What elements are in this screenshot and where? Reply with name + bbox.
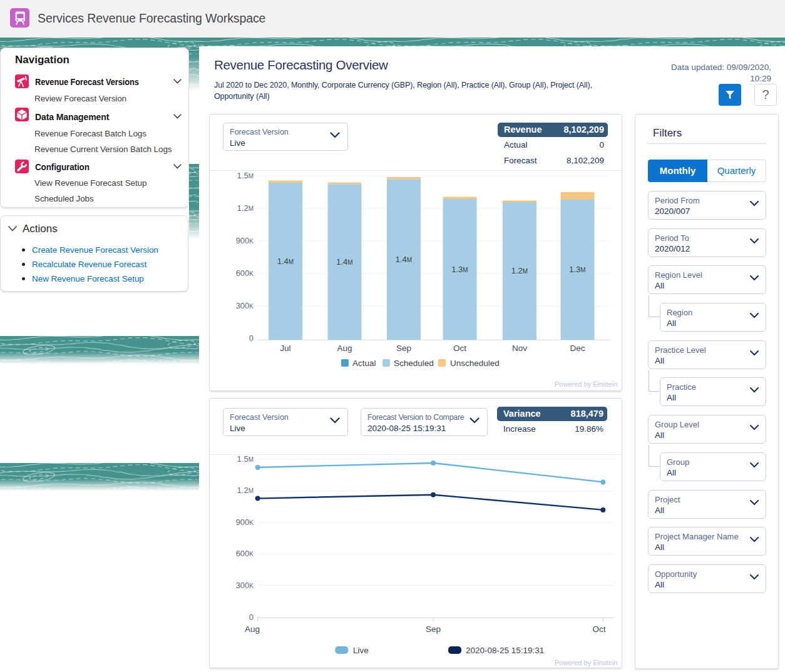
svg-text:1.2M: 1.2M xyxy=(237,486,254,495)
svg-text:Unscheduled: Unscheduled xyxy=(450,359,500,368)
svg-text:Oct: Oct xyxy=(453,344,466,353)
svg-text:1.2M: 1.2M xyxy=(511,266,528,275)
svg-text:1.4M: 1.4M xyxy=(396,255,412,264)
svg-text:Powered by Einstein: Powered by Einstein xyxy=(555,380,617,388)
svg-text:1.4M: 1.4M xyxy=(277,257,294,266)
svg-text:Actual: Actual xyxy=(352,359,376,368)
svg-text:1.3M: 1.3M xyxy=(451,265,468,274)
svg-text:Sep: Sep xyxy=(426,624,441,634)
svg-text:1.3M: 1.3M xyxy=(569,265,585,274)
svg-text:1.5M: 1.5M xyxy=(237,171,254,180)
svg-text:0: 0 xyxy=(249,613,254,622)
svg-text:1.4M: 1.4M xyxy=(336,257,352,267)
svg-text:900K: 900K xyxy=(236,517,254,527)
svg-text:600K: 600K xyxy=(236,549,254,558)
svg-text:900K: 900K xyxy=(236,236,254,245)
svg-text:Scheduled: Scheduled xyxy=(394,359,434,368)
svg-text:Dec: Dec xyxy=(570,344,585,353)
svg-text:Powered by Einstein: Powered by Einstein xyxy=(555,659,617,666)
svg-text:Sep: Sep xyxy=(396,344,411,353)
svg-text:600K: 600K xyxy=(236,268,254,278)
svg-text:2020-08-25 15:19:31: 2020-08-25 15:19:31 xyxy=(466,646,544,655)
svg-text:0: 0 xyxy=(249,333,254,343)
svg-text:Jul: Jul xyxy=(280,344,290,353)
svg-text:Aug: Aug xyxy=(337,344,352,353)
svg-text:Oct: Oct xyxy=(592,624,605,634)
svg-text:1.2M: 1.2M xyxy=(237,203,254,213)
svg-text:300K: 300K xyxy=(236,581,254,590)
svg-text:Aug: Aug xyxy=(245,624,260,634)
svg-text:Live: Live xyxy=(353,646,369,655)
svg-text:300K: 300K xyxy=(236,301,254,310)
svg-text:1.5M: 1.5M xyxy=(237,455,254,464)
svg-text:Nov: Nov xyxy=(512,344,527,353)
